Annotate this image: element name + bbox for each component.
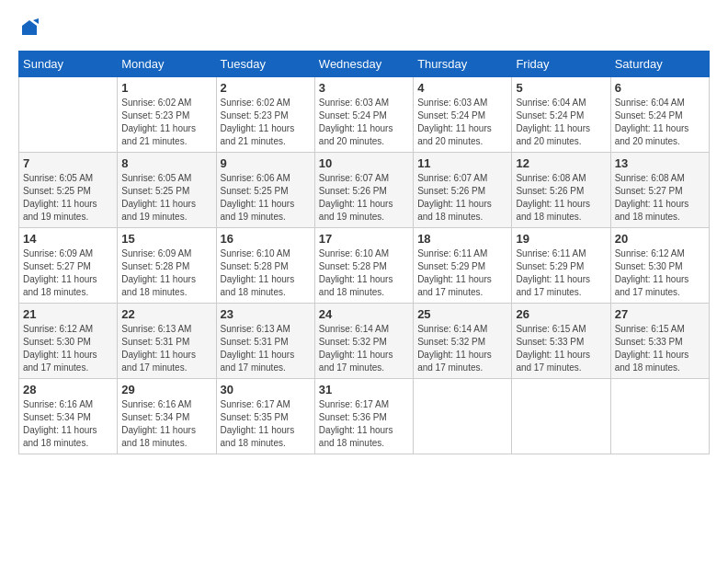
calendar-header: SundayMondayTuesdayWednesdayThursdayFrid… <box>19 52 710 77</box>
svg-marker-0 <box>22 20 37 35</box>
day-info: Sunrise: 6:13 AM Sunset: 5:31 PM Dayligh… <box>121 323 211 374</box>
day-number: 16 <box>221 232 311 246</box>
day-number: 1 <box>121 81 211 95</box>
day-number: 12 <box>516 156 606 170</box>
day-number: 4 <box>417 81 507 95</box>
day-number: 20 <box>615 232 705 246</box>
calendar-cell: 6Sunrise: 6:04 AM Sunset: 5:24 PM Daylig… <box>610 77 709 153</box>
day-info: Sunrise: 6:13 AM Sunset: 5:31 PM Dayligh… <box>221 323 311 374</box>
day-number: 8 <box>121 156 211 170</box>
day-of-week-monday: Monday <box>118 52 216 77</box>
day-number: 3 <box>319 81 409 95</box>
logo-icon <box>20 18 39 37</box>
svg-marker-1 <box>33 18 39 24</box>
day-number: 5 <box>516 81 606 95</box>
calendar-cell: 10Sunrise: 6:07 AM Sunset: 5:26 PM Dayli… <box>314 153 413 228</box>
calendar-cell <box>512 379 610 454</box>
calendar-week-3: 14Sunrise: 6:09 AM Sunset: 5:27 PM Dayli… <box>19 228 710 304</box>
calendar-cell <box>610 379 709 454</box>
day-number: 7 <box>23 156 113 170</box>
day-number: 28 <box>23 383 113 396</box>
calendar-cell: 3Sunrise: 6:03 AM Sunset: 5:24 PM Daylig… <box>314 77 413 153</box>
day-number: 11 <box>417 156 507 170</box>
day-info: Sunrise: 6:08 AM Sunset: 5:27 PM Dayligh… <box>615 172 705 224</box>
calendar-cell: 12Sunrise: 6:08 AM Sunset: 5:26 PM Dayli… <box>512 153 610 228</box>
day-number: 2 <box>221 81 311 95</box>
day-info: Sunrise: 6:14 AM Sunset: 5:32 PM Dayligh… <box>417 323 507 374</box>
day-number: 24 <box>319 307 409 321</box>
day-info: Sunrise: 6:03 AM Sunset: 5:24 PM Dayligh… <box>319 97 409 148</box>
calendar-week-1: 1Sunrise: 6:02 AM Sunset: 5:23 PM Daylig… <box>19 77 710 153</box>
day-number: 6 <box>615 81 705 95</box>
day-info: Sunrise: 6:09 AM Sunset: 5:27 PM Dayligh… <box>23 247 113 299</box>
day-info: Sunrise: 6:10 AM Sunset: 5:28 PM Dayligh… <box>221 247 311 299</box>
calendar-cell: 23Sunrise: 6:13 AM Sunset: 5:31 PM Dayli… <box>216 304 314 379</box>
calendar-cell <box>414 379 512 454</box>
days-of-week-row: SundayMondayTuesdayWednesdayThursdayFrid… <box>19 52 710 77</box>
day-info: Sunrise: 6:05 AM Sunset: 5:25 PM Dayligh… <box>121 172 211 224</box>
calendar-cell <box>19 77 118 153</box>
calendar-cell: 26Sunrise: 6:15 AM Sunset: 5:33 PM Dayli… <box>512 304 610 379</box>
day-info: Sunrise: 6:12 AM Sunset: 5:30 PM Dayligh… <box>615 247 705 299</box>
day-info: Sunrise: 6:15 AM Sunset: 5:33 PM Dayligh… <box>516 323 606 374</box>
calendar-cell: 20Sunrise: 6:12 AM Sunset: 5:30 PM Dayli… <box>610 228 709 304</box>
calendar-cell: 31Sunrise: 6:17 AM Sunset: 5:36 PM Dayli… <box>314 379 413 454</box>
calendar-week-5: 28Sunrise: 6:16 AM Sunset: 5:34 PM Dayli… <box>19 379 710 454</box>
day-info: Sunrise: 6:11 AM Sunset: 5:29 PM Dayligh… <box>516 247 606 299</box>
day-info: Sunrise: 6:08 AM Sunset: 5:26 PM Dayligh… <box>516 172 606 224</box>
calendar-cell: 16Sunrise: 6:10 AM Sunset: 5:28 PM Dayli… <box>216 228 314 304</box>
day-number: 10 <box>319 156 409 170</box>
calendar-cell: 25Sunrise: 6:14 AM Sunset: 5:32 PM Dayli… <box>414 304 512 379</box>
calendar-cell: 5Sunrise: 6:04 AM Sunset: 5:24 PM Daylig… <box>512 77 610 153</box>
day-of-week-friday: Friday <box>512 52 610 77</box>
day-number: 26 <box>516 307 606 321</box>
calendar-cell: 18Sunrise: 6:11 AM Sunset: 5:29 PM Dayli… <box>414 228 512 304</box>
calendar-cell: 17Sunrise: 6:10 AM Sunset: 5:28 PM Dayli… <box>314 228 413 304</box>
calendar-cell: 14Sunrise: 6:09 AM Sunset: 5:27 PM Dayli… <box>19 228 118 304</box>
day-number: 29 <box>121 383 211 396</box>
calendar-week-4: 21Sunrise: 6:12 AM Sunset: 5:30 PM Dayli… <box>19 304 710 379</box>
day-number: 17 <box>319 232 409 246</box>
calendar-cell: 15Sunrise: 6:09 AM Sunset: 5:28 PM Dayli… <box>118 228 216 304</box>
day-info: Sunrise: 6:05 AM Sunset: 5:25 PM Dayligh… <box>23 172 113 224</box>
day-of-week-saturday: Saturday <box>610 52 709 77</box>
calendar-body: 1Sunrise: 6:02 AM Sunset: 5:23 PM Daylig… <box>19 77 710 454</box>
calendar-cell: 29Sunrise: 6:16 AM Sunset: 5:34 PM Dayli… <box>118 379 216 454</box>
day-info: Sunrise: 6:15 AM Sunset: 5:33 PM Dayligh… <box>615 323 705 374</box>
day-number: 9 <box>221 156 311 170</box>
day-number: 23 <box>221 307 311 321</box>
day-info: Sunrise: 6:04 AM Sunset: 5:24 PM Dayligh… <box>615 97 705 148</box>
day-info: Sunrise: 6:02 AM Sunset: 5:23 PM Dayligh… <box>121 97 211 148</box>
day-info: Sunrise: 6:10 AM Sunset: 5:28 PM Dayligh… <box>319 247 409 299</box>
day-info: Sunrise: 6:17 AM Sunset: 5:36 PM Dayligh… <box>319 398 409 450</box>
calendar-cell: 24Sunrise: 6:14 AM Sunset: 5:32 PM Dayli… <box>314 304 413 379</box>
calendar-cell: 28Sunrise: 6:16 AM Sunset: 5:34 PM Dayli… <box>19 379 118 454</box>
calendar-cell: 30Sunrise: 6:17 AM Sunset: 5:35 PM Dayli… <box>216 379 314 454</box>
day-info: Sunrise: 6:07 AM Sunset: 5:26 PM Dayligh… <box>319 172 409 224</box>
logo <box>18 18 39 41</box>
day-info: Sunrise: 6:14 AM Sunset: 5:32 PM Dayligh… <box>319 323 409 374</box>
day-number: 31 <box>319 383 409 396</box>
day-info: Sunrise: 6:06 AM Sunset: 5:25 PM Dayligh… <box>221 172 311 224</box>
day-of-week-wednesday: Wednesday <box>314 52 413 77</box>
day-number: 27 <box>615 307 705 321</box>
calendar-cell: 9Sunrise: 6:06 AM Sunset: 5:25 PM Daylig… <box>216 153 314 228</box>
day-number: 18 <box>417 232 507 246</box>
calendar-table: SundayMondayTuesdayWednesdayThursdayFrid… <box>18 51 710 454</box>
day-number: 19 <box>516 232 606 246</box>
day-number: 30 <box>221 383 311 396</box>
calendar-cell: 8Sunrise: 6:05 AM Sunset: 5:25 PM Daylig… <box>118 153 216 228</box>
day-info: Sunrise: 6:07 AM Sunset: 5:26 PM Dayligh… <box>417 172 507 224</box>
day-number: 15 <box>121 232 211 246</box>
day-number: 22 <box>121 307 211 321</box>
day-info: Sunrise: 6:09 AM Sunset: 5:28 PM Dayligh… <box>121 247 211 299</box>
day-number: 13 <box>615 156 705 170</box>
day-info: Sunrise: 6:17 AM Sunset: 5:35 PM Dayligh… <box>221 398 311 450</box>
calendar-cell: 19Sunrise: 6:11 AM Sunset: 5:29 PM Dayli… <box>512 228 610 304</box>
day-info: Sunrise: 6:16 AM Sunset: 5:34 PM Dayligh… <box>121 398 211 450</box>
day-number: 14 <box>23 232 113 246</box>
day-number: 21 <box>23 307 113 321</box>
day-info: Sunrise: 6:04 AM Sunset: 5:24 PM Dayligh… <box>516 97 606 148</box>
day-of-week-sunday: Sunday <box>19 52 118 77</box>
day-info: Sunrise: 6:11 AM Sunset: 5:29 PM Dayligh… <box>417 247 507 299</box>
